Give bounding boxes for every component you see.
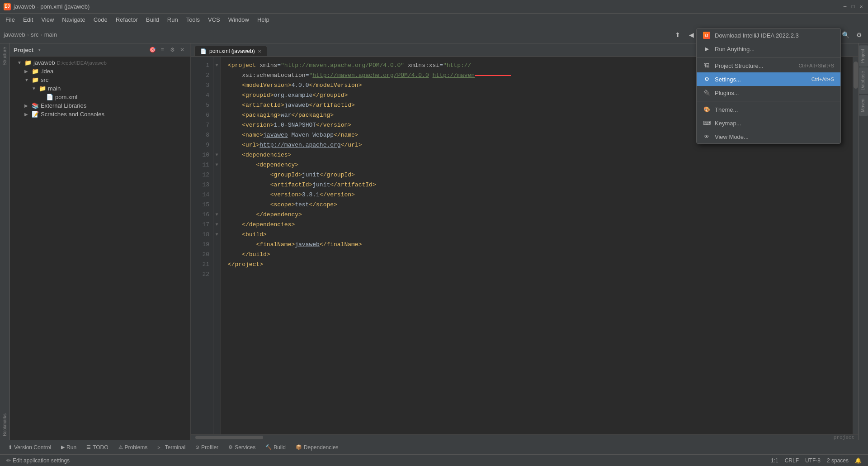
tab-close-button[interactable]: ✕ <box>258 49 261 54</box>
menu-file[interactable]: File <box>2 14 19 25</box>
dropdown-item-plugins[interactable]: 🔌 Plugins... <box>697 86 840 100</box>
theme-label: Theme... <box>715 106 738 113</box>
menu-refactor[interactable]: Refactor <box>112 14 142 25</box>
tree-item-src[interactable]: ▼ 📁 src <box>10 76 190 84</box>
tree-label-scratches: Scratches and Consoles <box>41 111 104 118</box>
bottom-tab-terminal[interactable]: >_ Terminal <box>153 442 190 452</box>
fold-icon-18[interactable]: ▼ <box>213 230 220 240</box>
line-num-15: 15 <box>191 200 213 210</box>
menu-edit[interactable]: Edit <box>19 14 37 25</box>
line-num-14: 14 <box>191 190 213 200</box>
maximize-button[interactable]: □ <box>850 4 856 10</box>
navigate-back-button[interactable]: ◀ <box>686 29 697 40</box>
fold-icon-1[interactable]: ▼ <box>213 61 220 71</box>
encoding-label: UTF-8 <box>805 457 821 464</box>
indent-settings[interactable]: 2 spaces <box>824 456 851 466</box>
breadcrumb-main[interactable]: main <box>44 31 57 38</box>
bottom-tab-dependencies[interactable]: 📦 Dependencies <box>291 442 343 452</box>
bottom-tab-build[interactable]: 🔨 Build <box>261 442 290 452</box>
settings-dropdown-menu: IJ Download IntelliJ IDEA 2022.2.3 ▶ Run… <box>696 28 841 144</box>
fold-gutter: ▼ ▼ ▼ ▼ ▼ ▼ <box>213 57 221 434</box>
run-anything-label: Run Anything... <box>715 46 755 52</box>
menu-code[interactable]: Code <box>90 14 111 25</box>
menu-build[interactable]: Build <box>142 14 163 25</box>
line-num-16: 16 <box>191 210 213 220</box>
scrollbar-thumb[interactable] <box>854 62 858 89</box>
editor-scrollbar-vertical[interactable] <box>853 57 858 434</box>
fold-icon-10[interactable]: ▼ <box>213 150 220 160</box>
line-num-5: 5 <box>191 100 213 110</box>
dropdown-item-keymap[interactable]: ⌨ Keymap... <box>697 116 840 130</box>
bottom-tab-profiler[interactable]: ⊙ Profiler <box>191 442 223 452</box>
close-button[interactable]: ✕ <box>858 4 864 10</box>
search-everywhere-button[interactable]: 🔍 <box>840 29 851 40</box>
bottom-tab-run[interactable]: ▶ Run <box>57 442 81 452</box>
settings-menu-icon: ⚙ <box>703 76 710 83</box>
collapse-all-button[interactable]: ≡ <box>158 45 167 54</box>
breadcrumb-src[interactable]: src <box>31 31 38 38</box>
bookmarks-panel-tab[interactable]: Bookmarks <box>1 410 8 440</box>
right-tab-project[interactable]: Project <box>859 45 868 67</box>
menu-view[interactable]: View <box>38 14 57 25</box>
menu-tools[interactable]: Tools <box>183 14 203 25</box>
tree-item-scratches[interactable]: ▶ 📝 Scratches and Consoles <box>10 110 190 119</box>
tree-arrow-main: ▼ <box>32 86 39 91</box>
settings-button[interactable]: ⚙ <box>854 29 864 40</box>
dropdown-item-theme[interactable]: 🎨 Theme... <box>697 103 840 116</box>
plugins-icon: 🔌 <box>703 89 710 96</box>
tree-item-javaweb[interactable]: ▼ 📁 javaweb D:\code\IDEA\javaweb <box>10 58 190 67</box>
fold-icon-6 <box>213 110 220 120</box>
dropdown-item-run-anything[interactable]: ▶ Run Anything... <box>697 42 840 56</box>
fold-icon-21 <box>213 260 220 270</box>
menu-run[interactable]: Run <box>164 14 182 25</box>
cursor-position[interactable]: 1:1 <box>768 456 781 466</box>
tree-path-javaweb: D:\code\IDEA\javaweb <box>57 60 107 66</box>
code-line-13: <artifactId>junit</artifactId> <box>221 180 853 190</box>
fold-icon-16[interactable]: ▼ <box>213 210 220 220</box>
menu-help[interactable]: Help <box>254 14 273 25</box>
update-project-button[interactable]: ⬆ <box>672 29 683 40</box>
horizontal-scrollbar-thumb[interactable] <box>195 436 263 439</box>
minimize-button[interactable]: ─ <box>842 4 848 10</box>
profiler-label: Profiler <box>201 444 218 451</box>
line-num-2: 2 <box>191 71 213 81</box>
right-tab-maven[interactable]: Maven <box>859 95 868 116</box>
tab-pom-xml[interactable]: 📄 pom.xml (javaweb) ✕ <box>194 46 267 56</box>
right-tab-database[interactable]: Database <box>859 67 868 94</box>
menu-navigate[interactable]: Navigate <box>58 14 89 25</box>
git-status[interactable]: ✏ Edit application settings <box>4 456 72 466</box>
tree-item-external-libs[interactable]: ▶ 📚 External Libraries <box>10 101 190 110</box>
menu-window[interactable]: Window <box>225 14 253 25</box>
fold-icon-17[interactable]: ▼ <box>213 220 220 230</box>
breadcrumb-project[interactable]: javaweb <box>4 31 25 38</box>
locate-file-button[interactable]: 🎯 <box>148 45 157 54</box>
bottom-tab-todo[interactable]: ☰ TODO <box>82 442 113 452</box>
fold-icon-15 <box>213 200 220 210</box>
dropdown-item-view-mode[interactable]: 👁 View Mode... <box>697 130 840 143</box>
dropdown-item-settings[interactable]: ⚙ Settings... Ctrl+Alt+S <box>697 72 840 86</box>
sidebar-dropdown-arrow[interactable]: ▾ <box>38 47 41 53</box>
fold-icon-5 <box>213 100 220 110</box>
bottom-tab-problems[interactable]: ⚠ Problems <box>114 442 152 452</box>
structure-panel-tab[interactable]: Structure <box>1 43 8 69</box>
encoding[interactable]: UTF-8 <box>802 456 823 466</box>
editor-scrollbar-horizontal[interactable]: project <box>191 434 858 440</box>
line-ending[interactable]: CRLF <box>782 456 802 466</box>
fold-icon-11[interactable]: ▼ <box>213 160 220 170</box>
tree-item-main[interactable]: ▼ 📁 main <box>10 84 190 93</box>
view-mode-label: View Mode... <box>715 133 749 140</box>
dropdown-item-download-idea[interactable]: IJ Download IntelliJ IDEA 2022.2.3 <box>697 29 840 42</box>
tree-label-external-libs: External Libraries <box>41 102 86 109</box>
bottom-tab-version-control[interactable]: ⬆ Version Control <box>4 442 56 452</box>
tree-item-pom[interactable]: 📄 pom.xml <box>10 93 190 101</box>
window-controls[interactable]: ─ □ ✕ <box>842 4 864 10</box>
menu-vcs[interactable]: VCS <box>204 14 224 25</box>
code-line-19: <finalName>javaweb</finalName> <box>221 240 853 250</box>
line-num-13: 13 <box>191 180 213 190</box>
bottom-tab-services[interactable]: ⚙ Services <box>224 442 260 452</box>
sidebar-hide-button[interactable]: ✕ <box>178 45 187 54</box>
sidebar-settings-button[interactable]: ⚙ <box>168 45 177 54</box>
dropdown-item-project-structure[interactable]: 🏗 Project Structure... Ctrl+Alt+Shift+S <box>697 59 840 72</box>
notifications[interactable]: 🔔 <box>852 456 864 466</box>
tree-item-idea[interactable]: ▶ 📁 .idea <box>10 67 190 76</box>
